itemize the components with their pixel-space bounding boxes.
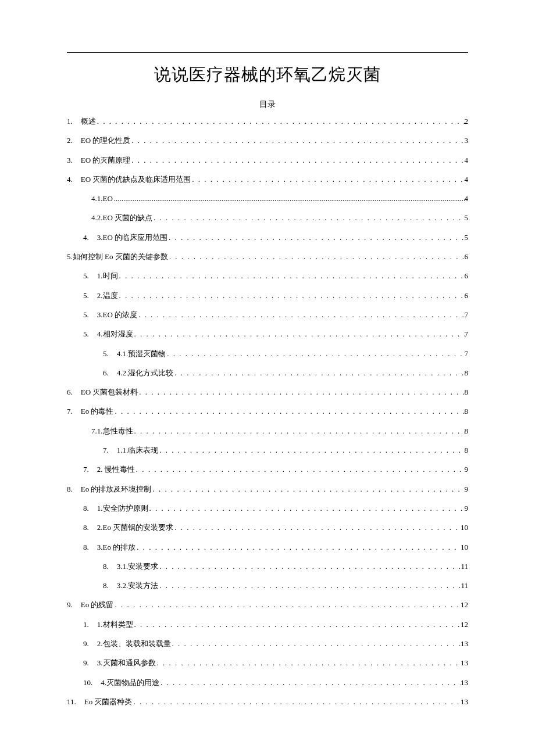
toc-entry-text: 1.材料类型: [97, 619, 133, 631]
toc-entry[interactable]: 5.3.EO 的浓度7: [67, 309, 468, 321]
toc-entry-text: 1.时间: [97, 270, 118, 282]
toc-entry-number: 8.: [83, 542, 97, 554]
toc-entry[interactable]: 10.4.灭菌物品的用途13: [67, 677, 468, 689]
toc-entry[interactable]: 7.1.1.临床表现8: [67, 445, 468, 457]
toc-entry[interactable]: 9.2.包装、装载和装载量13: [67, 638, 468, 650]
toc-entry-text: 4.1.预湿灭菌物: [117, 348, 166, 360]
toc-leader-dots: [191, 174, 464, 186]
toc-leader-dots: [159, 677, 461, 689]
toc-leader-dots: [135, 542, 461, 554]
toc-entry-text: 2.温度: [97, 290, 118, 302]
toc-entry-number: 7.: [83, 464, 97, 476]
toc-entry-page: 4: [465, 193, 469, 205]
toc-entry-text: EO 灭菌的优缺点及临床适用范围: [81, 174, 191, 186]
toc-leader-dots: [132, 696, 461, 708]
toc-entry-number: 5.: [83, 309, 97, 321]
toc-entry-text: 3.Eo 的排放: [97, 542, 135, 554]
toc-leader-dots: [133, 328, 465, 341]
toc-entry-text: Eo 的排放及环境控制: [81, 483, 152, 496]
toc-leader-dots: [135, 464, 465, 476]
toc-entry[interactable]: 5.4.1.预湿灭菌物7: [67, 348, 468, 360]
toc-entry-text: 3.1.安装要求: [117, 561, 159, 573]
toc-entry[interactable]: 6.4.2.湿化方式比较8: [67, 367, 468, 379]
toc-entry-page: 7: [465, 309, 469, 321]
toc-entry-number: 8.: [67, 483, 81, 496]
toc-entry-page: 8: [465, 386, 469, 399]
toc-entry[interactable]: 6.EO 灭菌包装材料8: [67, 386, 468, 399]
toc-entry-text: 概述: [81, 116, 96, 128]
toc-entry[interactable]: 4.1.EO4: [67, 193, 468, 205]
toc-entry[interactable]: 4.EO 灭菌的优缺点及临床适用范围4: [67, 174, 468, 186]
toc-entry[interactable]: 7.Eo 的毒性8: [67, 406, 468, 418]
toc-entry-number: 6.: [67, 386, 81, 399]
toc-entry[interactable]: 8.Eo 的排放及环境控制9: [67, 483, 468, 496]
toc-entry-text: 1.1.临床表现: [117, 445, 159, 457]
toc-entry[interactable]: 8.2.Eo 灭菌锅的安装要求10: [67, 522, 468, 534]
toc-entry-number: 5.: [83, 328, 97, 341]
toc-entry-text: 1.安全防护原则: [97, 503, 148, 515]
toc-leader-dots: [137, 309, 464, 321]
toc-entry-page: 13: [461, 657, 468, 669]
toc-leader-dots: [113, 406, 464, 418]
toc-entry-number: 8.: [103, 580, 117, 592]
toc-entry-page: 9: [465, 483, 469, 496]
toc-entry-page: 12: [461, 599, 468, 611]
toc-entry-page: 7: [465, 328, 469, 341]
toc-leader-dots: [130, 155, 464, 167]
toc-entry[interactable]: 5.如何控制 Eo 灭菌的关键参数6: [67, 251, 468, 263]
toc-entry[interactable]: 7.2. 慢性毒性9: [67, 464, 468, 476]
toc-entry[interactable]: 8.3.Eo 的排放10: [67, 542, 468, 554]
toc-entry-text: 2. 慢性毒性: [97, 464, 135, 476]
toc-entry-page: 2: [465, 116, 469, 128]
toc-entry[interactable]: 1.概述2: [67, 116, 468, 128]
toc-leader-dots: [166, 348, 464, 360]
toc-entry-page: 8: [465, 406, 469, 418]
toc-entry-page: 6: [465, 251, 469, 263]
toc-entry-number: 9.: [67, 599, 81, 611]
toc-entry-text: 4.相对湿度: [97, 328, 133, 341]
toc-leader-dots: [148, 503, 465, 515]
toc-entry-number: 5.: [83, 270, 97, 282]
toc-entry-text: 4.灭菌物品的用途: [101, 677, 159, 689]
toc-entry-page: 8: [465, 425, 469, 438]
toc-entry-text: Eo 的残留: [81, 599, 114, 611]
toc-entry-number: 7.: [67, 406, 81, 418]
toc-entry-text: 7.1.急性毒性: [91, 425, 133, 438]
toc-leader-dots: [133, 619, 461, 631]
toc-entry-page: 5: [465, 232, 469, 244]
toc-leader-dots: [158, 445, 464, 457]
toc-entry-text: 2.Eo 灭菌锅的安装要求: [97, 522, 173, 534]
toc-entry[interactable]: 5.1.时间6: [67, 270, 468, 282]
toc-entry-number: 8.: [83, 522, 97, 534]
toc-leader-dots: [173, 522, 461, 534]
toc-entry[interactable]: 4.2.EO 灭菌的缺点5: [67, 212, 468, 224]
toc-entry[interactable]: 4.3.EO 的临床应用范围5: [67, 232, 468, 244]
toc-entry[interactable]: 5.4.相对湿度7: [67, 328, 468, 341]
toc-entry[interactable]: 7.1.急性毒性8: [67, 425, 468, 438]
toc-leader-dots: [118, 270, 465, 282]
toc-entry-number: 4.: [67, 174, 81, 186]
toc-entry[interactable]: 5.2.温度6: [67, 290, 468, 302]
toc-leader-dots: [113, 193, 465, 205]
toc-entry[interactable]: 9.Eo 的残留12: [67, 599, 468, 611]
toc-entry[interactable]: 9.3.灭菌和通风参数13: [67, 657, 468, 669]
toc-entry[interactable]: 2.EO 的理化性质3: [67, 135, 468, 147]
toc-entry[interactable]: 11.Eo 灭菌器种类13: [67, 696, 468, 708]
toc-entry-page: 10: [461, 522, 468, 534]
toc-entry[interactable]: 8.3.1.安装要求11: [67, 561, 468, 573]
toc-entry-page: 8: [465, 445, 469, 457]
toc-entry[interactable]: 1.1.材料类型12: [67, 619, 468, 631]
toc-entry[interactable]: 8.1.安全防护原则9: [67, 503, 468, 515]
toc-entry-page: 3: [465, 135, 469, 147]
toc-entry[interactable]: 3.EO 的灭菌原理4: [67, 155, 468, 167]
toc-leader-dots: [171, 638, 461, 650]
toc-entry-page: 13: [461, 696, 468, 708]
toc-entry[interactable]: 8.3.2.安装方法11: [67, 580, 468, 592]
toc-entry-number: 11.: [67, 696, 84, 708]
toc-entry-page: 4: [465, 155, 469, 167]
toc-entry-text: Eo 灭菌器种类: [84, 696, 133, 708]
toc-entry-text: 4.2.EO 灭菌的缺点: [91, 212, 152, 224]
toc-entry-page: 6: [465, 290, 469, 302]
toc-entry-number: 8.: [103, 561, 117, 573]
toc-leader-dots: [138, 386, 464, 399]
